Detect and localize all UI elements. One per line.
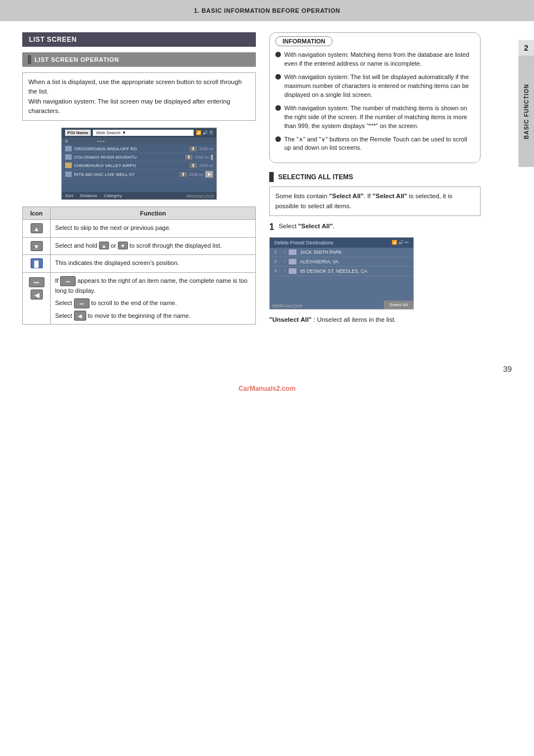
- scroll-btn-2: ⬆: [185, 155, 192, 160]
- select-all-bold-2: "Select All": [373, 193, 407, 199]
- table-header-function: Function: [51, 207, 256, 220]
- table-header-icon: Icon: [23, 207, 51, 220]
- table-row-2: ▼ Select and hold ▲ or ▼ to scroll throu…: [23, 237, 256, 255]
- icon-cell-1: ▲: [23, 220, 51, 238]
- function-text-4b: Select ••• to scroll to the end of the n…: [55, 298, 251, 308]
- sub-section-bar: [28, 55, 31, 64]
- header-title: 1. BASIC INFORMATION BEFORE OPERATION: [194, 7, 340, 14]
- screen-header: POI Name Web Search ▼ 📶 🔊 ☰: [62, 128, 216, 138]
- up-arrow-icon: ▲: [31, 223, 43, 233]
- unselect-all-label: "Unselect All": [269, 316, 312, 323]
- select-all-box: Some lists contain "Select All". If "Sel…: [269, 186, 481, 216]
- chapter-number: 2: [518, 40, 534, 56]
- list-screen-header: LIST SCREEN: [22, 32, 256, 47]
- screen-item-4: RITE AID GNC LIVE WELL ST ⬆ 2098 mi ▶: [62, 170, 216, 179]
- table-row-4: ••• ◀ If ••• appears to the right of an …: [23, 272, 256, 325]
- item-extra-btn: ▶: [205, 171, 213, 178]
- poi-label: POI Name: [65, 130, 91, 136]
- back-icon-wrapper: ◀: [27, 289, 46, 300]
- select-all-bold: "Select All": [329, 193, 364, 199]
- up-arrow-small-icon: ▲: [99, 242, 109, 249]
- screen-inner: POI Name Web Search ▼ 📶 🔊 ☰ A • • • CROS…: [62, 128, 216, 199]
- page-header: 1. BASIC INFORMATION BEFORE OPERATION: [0, 0, 534, 21]
- list-screen-operation-header: LIST SCREEN OPERATION: [22, 52, 256, 67]
- delete-item-name-2: ALEXANDRIA, VA: [300, 259, 338, 264]
- info-text-4: The "∧" and "∨" buttons on the Remote To…: [284, 135, 474, 153]
- icon-cell-3: █: [23, 255, 51, 273]
- icon-cell-2: ▼: [23, 237, 51, 255]
- select-all-button[interactable]: Select All: [384, 301, 413, 309]
- function-cell-2: Select and hold ▲ or ▼ to scroll through…: [51, 237, 256, 255]
- select-and-hold-text: Select and hold: [55, 242, 99, 249]
- function-cell-3: This indicates the displayed screen's po…: [51, 255, 256, 273]
- selecting-title: SELECTING ALL ITEMS: [278, 173, 353, 181]
- dots-inline-icon: •••: [60, 276, 76, 286]
- dots-inline-icon-2: •••: [74, 298, 90, 308]
- unselect-all-text: : Unselect all items in the list.: [314, 316, 396, 323]
- or-text: or: [111, 242, 118, 249]
- step-1-row: 1 Select "Select All".: [269, 223, 481, 232]
- table-row-3: █ This indicates the displayed screen's …: [23, 255, 256, 273]
- back-icon: ◀: [31, 289, 43, 300]
- function-text-4a: If ••• appears to the right of an item n…: [55, 276, 251, 296]
- dots-icon-wrapper: •••: [27, 277, 46, 287]
- delete-item-icon-2: [289, 259, 296, 264]
- section-marker: [269, 172, 274, 182]
- scroll-text: to scroll through the displayed list.: [130, 242, 222, 249]
- web-search-label: Web Search ▼: [93, 130, 194, 136]
- delete-item-slash-2: /: [284, 259, 285, 264]
- description-box: When a list is displayed, use the approp…: [22, 72, 256, 121]
- delete-item-num-3: 3: [274, 268, 281, 273]
- icon-function-table: Icon Function ▲ Select to skip to the ne…: [22, 207, 256, 325]
- footer-category: Category: [104, 193, 122, 198]
- screen-item-2: COLORADO RIVER ADVENTU ⬆ 2092 mi: [62, 153, 216, 161]
- unselect-all-row: "Unselect All" : Unselect all items in t…: [269, 315, 481, 325]
- item-dist-2: 2092 mi: [195, 155, 209, 159]
- step-1-text: Select "Select All".: [279, 223, 335, 229]
- function-text-3: This indicates the displayed screen's po…: [55, 259, 179, 266]
- bullet-1: [275, 52, 281, 57]
- item-name-1: CROSSROADS AREA-OFF RD: [74, 146, 187, 151]
- info-item-3: With navigation system: The number of ma…: [275, 104, 474, 131]
- delete-screen-title: Delete Preset Destinations: [274, 240, 334, 246]
- delete-item-2: 2 / ALEXANDRIA, VA: [270, 257, 413, 267]
- item-dist-4: 2098 mi: [189, 173, 203, 176]
- item-icon-4: [65, 171, 72, 177]
- delete-item-icon-1: [289, 249, 296, 255]
- bullet-2: [275, 74, 281, 80]
- icon-cell-4: ••• ◀: [23, 272, 51, 325]
- down-arrow-small-icon: ▼: [118, 242, 128, 249]
- info-box-title: INFORMATION: [275, 36, 333, 46]
- table-row-1: ▲ Select to skip to the next or previous…: [23, 220, 256, 238]
- screen-item-3: CHEMEHUEVI VALLEY AIRPO ⬆ 2095 mi: [62, 161, 216, 170]
- delete-item-1: 1 / JACK SMITH PARK: [270, 248, 413, 257]
- delete-screen-header: Delete Preset Destinations 📶 🔊 ↩: [270, 238, 413, 248]
- item-icon-3: [65, 163, 72, 168]
- info-item-2: With navigation system: The list will be…: [275, 73, 474, 100]
- function-text-1: Select to skip to the next or previous p…: [55, 224, 171, 231]
- screen-subheader: A • • •: [62, 138, 216, 145]
- down-arrow-icon: ▼: [31, 241, 43, 251]
- main-content: LIST SCREEN LIST SCREEN OPERATION When a…: [0, 32, 534, 354]
- delete-item-slash-3: /: [284, 268, 285, 273]
- select-all-step-bold: "Select All": [298, 223, 333, 229]
- item-name-4: RITE AID GNC LIVE WELL ST: [74, 172, 177, 177]
- select-all-intro: Some lists contain "Select All". If "Sel…: [275, 193, 452, 209]
- delete-item-slash-1: /: [284, 249, 285, 254]
- info-text-2: With navigation system: The list will be…: [284, 73, 474, 100]
- item-dist-3: 2095 mi: [199, 164, 213, 168]
- indicator: [211, 155, 213, 160]
- function-text-4c: Select ◀ to move to the beginning of the…: [55, 311, 251, 321]
- chapter-label: BASIC FUNCTION: [518, 56, 534, 167]
- info-text-3: With navigation system: The number of ma…: [284, 104, 474, 131]
- bullet-4: [275, 136, 281, 142]
- scroll-btn-4: ⬆: [180, 172, 187, 177]
- item-icon-2: [65, 154, 72, 160]
- delete-item-icon-3: [289, 268, 296, 274]
- screen-header-icons: 📶 🔊 ☰: [196, 130, 213, 135]
- delete-item-num-1: 1: [274, 249, 281, 254]
- position-indicator-icon: █: [31, 258, 43, 268]
- info-item-1: With navigation system: Matching items f…: [275, 51, 474, 68]
- item-dist-1: 2090 mi: [199, 147, 213, 151]
- step-1-number: 1: [269, 223, 274, 232]
